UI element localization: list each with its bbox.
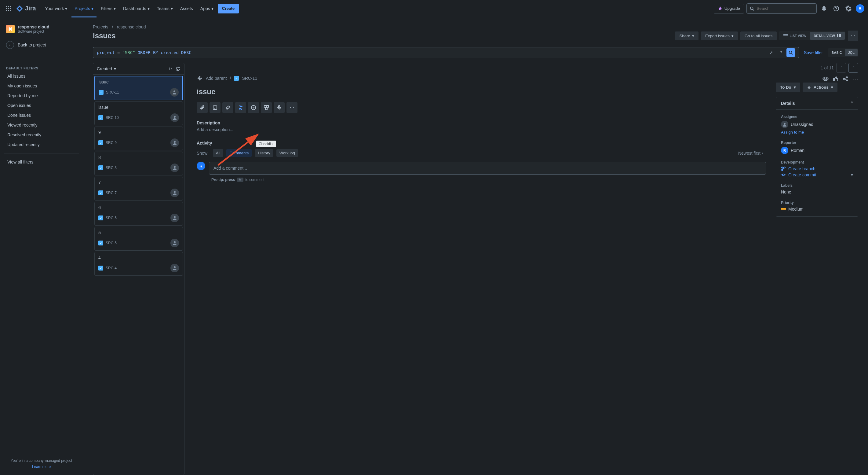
- global-search[interactable]: [746, 3, 817, 14]
- jira-logo[interactable]: Jira: [16, 5, 36, 12]
- export-button[interactable]: Export issues ▾: [701, 31, 738, 40]
- issue-card[interactable]: issue ✓ SRC-11: [94, 76, 183, 100]
- svg-rect-6: [6, 10, 7, 11]
- issue-card[interactable]: 6 ✓ SRC-6: [94, 202, 183, 226]
- link-icon[interactable]: [222, 102, 233, 113]
- filter-item[interactable]: Reported by me: [4, 91, 79, 100]
- tab-all[interactable]: All: [213, 149, 223, 157]
- tab-comments[interactable]: Comments: [226, 149, 252, 157]
- sort-order-icon[interactable]: [168, 66, 173, 71]
- more-apps-icon[interactable]: ⋯: [286, 102, 298, 113]
- create-branch[interactable]: Create branch: [781, 166, 853, 171]
- filter-item[interactable]: Viewed recently: [4, 120, 79, 130]
- view-all-filters[interactable]: View all filters: [4, 157, 79, 167]
- status-dropdown[interactable]: To Do ▾: [776, 83, 800, 92]
- issue-summary: 4: [98, 255, 179, 260]
- attach-icon[interactable]: [197, 102, 208, 113]
- user-avatar[interactable]: R: [856, 4, 864, 13]
- pager-next[interactable]: ˅: [848, 63, 858, 73]
- watch-icon[interactable]: [822, 76, 829, 82]
- priority-value[interactable]: Medium: [781, 207, 853, 211]
- jql-input[interactable]: project = "SRC" ORDER BY created DESC ⤢ …: [93, 47, 799, 58]
- svg-line-33: [844, 79, 846, 80]
- newest-first[interactable]: Newest first: [738, 151, 766, 156]
- go-to-all-issues[interactable]: Go to all issues: [740, 31, 777, 40]
- add-child-icon[interactable]: [210, 102, 220, 113]
- comment-input[interactable]: Add a comment...: [209, 162, 766, 175]
- web-link-icon[interactable]: [261, 102, 272, 113]
- breadcrumb-project[interactable]: response cloud: [117, 25, 146, 29]
- detail-view-toggle[interactable]: DETAIL VIEW: [810, 32, 845, 40]
- expand-icon[interactable]: ⤢: [767, 48, 775, 57]
- tab-history[interactable]: History: [255, 149, 273, 157]
- move-icon[interactable]: [197, 75, 203, 81]
- like-icon[interactable]: [833, 76, 839, 82]
- filter-section-title: DEFAULT FILTERS: [4, 64, 79, 71]
- checklist-icon[interactable]: [248, 102, 259, 113]
- issue-card[interactable]: 5 ✓ SRC-5: [94, 227, 183, 250]
- issue-card[interactable]: 4 ✓ SRC-4: [94, 252, 183, 276]
- svg-point-43: [784, 123, 785, 125]
- jql-help-icon[interactable]: ?: [777, 48, 785, 57]
- issue-card[interactable]: 7 ✓ SRC-7: [94, 177, 183, 201]
- learn-more-link[interactable]: Learn more: [4, 465, 79, 469]
- filter-item[interactable]: My open issues: [4, 81, 79, 91]
- more-detail-icon[interactable]: ⋯: [852, 75, 858, 83]
- confluence-icon[interactable]: [235, 102, 246, 113]
- share-button[interactable]: Share ▾: [675, 31, 699, 40]
- svg-rect-50: [781, 208, 786, 209]
- issue-title[interactable]: issue: [197, 87, 766, 96]
- reporter-value[interactable]: R Roman: [781, 147, 853, 154]
- create-commit[interactable]: Create commit ▾: [781, 172, 853, 177]
- nav-filters[interactable]: Filters▾: [98, 4, 119, 13]
- issue-card[interactable]: 8 ✓ SRC-8: [94, 152, 183, 175]
- pager-prev[interactable]: ˄: [836, 63, 846, 73]
- filter-item[interactable]: Resolved recently: [4, 130, 79, 140]
- assignee-avatar: [170, 188, 179, 197]
- filter-item[interactable]: Updated recently: [4, 140, 79, 149]
- task-type-icon: ✓: [98, 166, 103, 170]
- actions-dropdown[interactable]: Actions ▾: [803, 83, 837, 92]
- nav-assets[interactable]: Assets: [177, 4, 196, 13]
- basic-mode[interactable]: BASIC: [828, 49, 845, 56]
- jql-mode[interactable]: JQL: [845, 49, 858, 56]
- upgrade-button[interactable]: Upgrade: [714, 4, 744, 13]
- filter-item[interactable]: Open issues: [4, 100, 79, 110]
- issue-card[interactable]: issue ✓ SRC-10: [94, 101, 183, 125]
- help-icon[interactable]: [831, 4, 841, 13]
- nav-dashboards[interactable]: Dashboards▾: [120, 4, 153, 13]
- tab-worklog[interactable]: Work log: [276, 149, 298, 157]
- filter-item[interactable]: All issues: [4, 71, 79, 81]
- issue-key: SRC-11: [106, 90, 119, 94]
- assign-to-me[interactable]: Assign to me: [781, 130, 853, 135]
- search-input[interactable]: [756, 6, 813, 11]
- details-header[interactable]: Details ˄: [776, 97, 858, 110]
- list-view-toggle[interactable]: LIST VIEW: [780, 32, 810, 40]
- notifications-icon[interactable]: [819, 4, 829, 13]
- voice-icon[interactable]: [274, 102, 285, 113]
- description-placeholder[interactable]: Add a description...: [197, 127, 766, 132]
- issue-card[interactable]: 9 ✓ SRC-9: [94, 126, 183, 150]
- breadcrumb-projects[interactable]: Projects: [93, 25, 108, 29]
- settings-icon[interactable]: [843, 4, 853, 13]
- share-detail-icon[interactable]: [842, 76, 848, 82]
- nav-projects[interactable]: Projects▾: [71, 4, 96, 13]
- nav-your-work[interactable]: Your work▾: [42, 4, 70, 13]
- add-parent-link[interactable]: Add parent: [206, 76, 227, 81]
- jql-search-icon[interactable]: [786, 48, 795, 57]
- more-actions-icon[interactable]: ⋯: [848, 31, 858, 41]
- back-to-project[interactable]: ← Back to project: [4, 38, 79, 51]
- svg-point-22: [174, 141, 176, 143]
- filter-item[interactable]: Done issues: [4, 110, 79, 120]
- labels-value[interactable]: None: [781, 189, 853, 195]
- assignee-value[interactable]: Unassigned: [781, 121, 853, 128]
- nav-teams[interactable]: Teams▾: [154, 4, 176, 13]
- nav-apps[interactable]: Apps▾: [197, 4, 217, 13]
- description-label: Description: [197, 120, 766, 125]
- create-button[interactable]: Create: [218, 4, 239, 13]
- refresh-icon[interactable]: [176, 66, 181, 71]
- issue-key[interactable]: SRC-11: [242, 76, 257, 81]
- save-filter-link[interactable]: Save filter: [804, 50, 823, 55]
- app-switcher-icon[interactable]: [4, 4, 13, 13]
- sort-dropdown[interactable]: Created ▾: [97, 66, 116, 71]
